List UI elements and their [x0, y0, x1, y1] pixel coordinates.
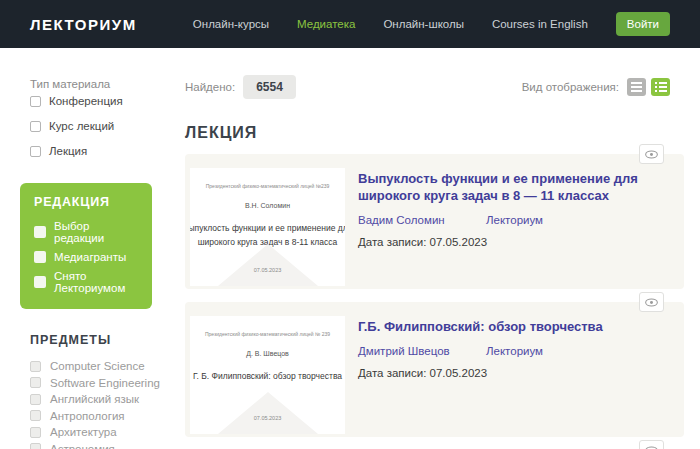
list-detail-icon: [655, 82, 667, 84]
lecture-card: Президентский физико-математический лице…: [185, 302, 684, 437]
top-navbar: ЛЕКТОРИУМ Онлайн-курсы Медиатека Онлайн-…: [0, 0, 700, 48]
preview-button[interactable]: [639, 144, 664, 164]
subject-software-engineering[interactable]: Software Engineering: [30, 377, 185, 389]
material-type-label: Тип материала: [30, 78, 185, 90]
subjects-title: ПРЕДМЕТЫ: [30, 333, 185, 347]
nav-media-library[interactable]: Медиатека: [297, 18, 355, 30]
editorial-title: РЕДАКЦИЯ: [34, 195, 140, 209]
filter-media-grants[interactable]: Медиагранты: [34, 251, 140, 263]
editorial-panel: РЕДАКЦИЯ Выбор редакции Медиагранты Снят…: [20, 183, 152, 309]
checkbox-icon[interactable]: [34, 276, 46, 288]
nav-online-courses[interactable]: Онлайн-курсы: [193, 18, 269, 30]
lecture-title-link[interactable]: Г.Б. Филипповский: обзор творчества: [358, 319, 603, 336]
lecture-info: Г.Б. Филипповский: обзор творчества Дмит…: [345, 316, 603, 434]
record-date: Дата записи: 07.05.2023: [358, 236, 664, 248]
checkbox-icon[interactable]: [30, 394, 41, 405]
slide-triangle-decoration: [218, 392, 318, 434]
subject-english[interactable]: Английский язык: [30, 393, 185, 405]
bars-icon: [631, 82, 642, 84]
lecture-links: Дмитрий Швецов Лекториум: [358, 345, 603, 357]
results-bar: Найдено: 6554 Вид отображения:: [185, 75, 692, 99]
organization-link[interactable]: Лекториум: [486, 345, 543, 357]
record-date: Дата записи: 07.05.2023: [358, 367, 603, 379]
lecture-title-link[interactable]: Выпуклость функции и ее применение для ш…: [358, 171, 664, 205]
filters-sidebar: Тип материала Конференция Курс лекций Ле…: [30, 48, 185, 449]
lecture-links: Вадим Соломин Лекториум: [358, 214, 664, 226]
checkbox-icon[interactable]: [30, 377, 41, 388]
filter-lecture-course[interactable]: Курс лекций: [30, 120, 185, 132]
filter-shot-by-lektorium[interactable]: Снято Лекториумом: [34, 270, 140, 294]
subject-astronomy[interactable]: Астрономия: [30, 443, 185, 449]
view-mode-switcher: Вид отображения:: [522, 78, 670, 96]
filter-conference[interactable]: Конференция: [30, 95, 185, 107]
eye-icon: [645, 298, 658, 307]
lecture-card: Президентский физико-математический лице…: [185, 154, 684, 289]
eye-icon: [645, 446, 658, 449]
checkbox-icon[interactable]: [30, 146, 41, 157]
lecturer-link[interactable]: Дмитрий Швецов: [358, 345, 486, 357]
checkbox-icon[interactable]: [30, 361, 41, 372]
slide-triangle-decoration: [218, 244, 318, 286]
lecturer-link[interactable]: Вадим Соломин: [358, 214, 486, 226]
subject-computer-science[interactable]: Computer Science: [30, 360, 185, 372]
subject-architecture[interactable]: Архитектура: [30, 426, 185, 438]
site-logo[interactable]: ЛЕКТОРИУМ: [30, 16, 137, 33]
checkbox-icon[interactable]: [30, 121, 41, 132]
checkbox-icon[interactable]: [30, 427, 41, 438]
section-title: ЛЕКЦИЯ: [185, 124, 692, 142]
lecture-thumbnail[interactable]: Президентский физико-математический лице…: [190, 168, 345, 286]
nav-online-schools[interactable]: Онлайн-школы: [383, 18, 464, 30]
checkbox-icon[interactable]: [30, 96, 41, 107]
eye-icon: [645, 150, 658, 159]
nav-courses-in-english[interactable]: Courses in English: [492, 18, 588, 30]
preview-button[interactable]: [639, 440, 664, 449]
filter-editors-choice[interactable]: Выбор редакции: [34, 220, 140, 244]
results-area: Найдено: 6554 Вид отображения: ЛЕКЦИЯ: [185, 48, 692, 449]
lecture-thumbnail[interactable]: Президентский физико-математический лице…: [190, 316, 345, 434]
detailed-list-view-button[interactable]: [651, 78, 670, 96]
results-count-badge: 6554: [243, 75, 296, 99]
subject-anthropology[interactable]: Антропология: [30, 410, 185, 422]
list-view-button[interactable]: [627, 78, 646, 96]
checkbox-icon[interactable]: [30, 410, 41, 421]
preview-button[interactable]: [639, 292, 664, 312]
filter-lecture[interactable]: Лекция: [30, 145, 185, 157]
checkbox-icon[interactable]: [34, 251, 46, 263]
login-button[interactable]: Войти: [616, 12, 670, 36]
lecture-info: Выпуклость функции и ее применение для ш…: [345, 168, 664, 286]
organization-link[interactable]: Лекториум: [486, 214, 543, 226]
checkbox-icon[interactable]: [30, 443, 41, 449]
main-nav: Онлайн-курсы Медиатека Онлайн-школы Cour…: [193, 12, 670, 36]
checkbox-icon[interactable]: [34, 226, 46, 238]
found-label: Найдено:: [185, 81, 235, 93]
view-mode-label: Вид отображения:: [522, 81, 619, 93]
